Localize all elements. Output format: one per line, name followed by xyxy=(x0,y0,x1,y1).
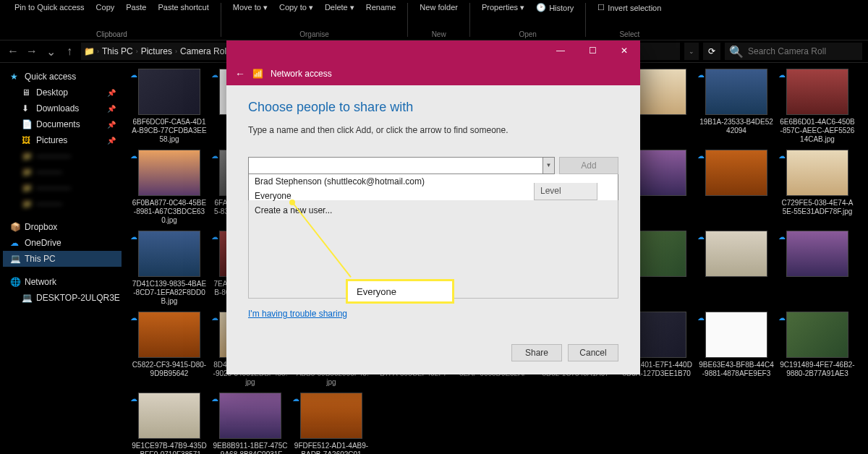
file-item[interactable]: ☁9E1CE97B-47B9-435D-BFE0-0710F38571 xyxy=(130,393,208,454)
maximize-button[interactable]: ☐ xyxy=(576,40,608,61)
dropbox-icon: 📦 xyxy=(10,222,20,232)
file-name: 9C191489-4FE7-46B2-9880-2B77A91AE3 xyxy=(778,361,856,378)
file-item[interactable]: ☁ xyxy=(697,150,775,225)
file-name: 6F0BA877-0C48-45BE-8981-A67C3BDCE630.jpg xyxy=(130,199,208,225)
breadcrumb-dropdown[interactable]: ⌄ xyxy=(684,43,699,60)
add-button[interactable]: Add xyxy=(559,157,618,174)
file-item[interactable]: ☁6E6B6D01-4AC6-450B-857C-AEEC-AEF552614C… xyxy=(778,69,856,144)
share-name-input[interactable] xyxy=(249,158,542,174)
sidebar-documents[interactable]: 📄Documents📌 xyxy=(3,116,122,132)
new-folder-button[interactable]: New folder xyxy=(417,1,461,13)
breadcrumb-pictures[interactable]: Pictures xyxy=(141,46,172,56)
file-item[interactable]: ☁9FDFE512-AD1-4AB9-BADB-7A2602C01 xyxy=(292,393,370,454)
thumbnail: ☁ xyxy=(786,150,848,196)
paste-shortcut-button[interactable]: Paste shortcut xyxy=(155,1,211,13)
network-icon: 🌐 xyxy=(10,277,20,287)
move-to-button[interactable]: Move to ▾ xyxy=(230,1,271,14)
file-item[interactable]: ☁9BE63E43-BF8B-44C4-9881-4878AFE9EF3 xyxy=(697,312,775,387)
close-button[interactable]: ✕ xyxy=(608,40,640,61)
refresh-button[interactable]: ⟳ xyxy=(703,43,720,60)
file-name: 9EB8B911-1BE7-475C-9A68-8B84C0031F xyxy=(211,442,289,454)
file-name: 19B1A-23533-B4DE5242094 xyxy=(697,118,775,135)
file-name: 9FDFE512-AD1-4AB9-BADB-7A2602C01 xyxy=(292,442,370,454)
thumbnail: ☁ xyxy=(705,312,767,358)
thumbnail: ☁ xyxy=(138,393,200,439)
breadcrumb-camera-roll[interactable]: Camera Roll xyxy=(180,46,229,56)
paste-button[interactable]: Paste xyxy=(123,1,149,13)
delete-button[interactable]: Delete ▾ xyxy=(322,1,357,14)
file-item[interactable]: ☁9C191489-4FE7-46B2-9880-2B77A91AE3 xyxy=(778,312,856,387)
file-name: 6E6B6D01-4AC6-450B-857C-AEEC-AEF552614CA… xyxy=(778,118,856,144)
sidebar-downloads[interactable]: ⬇Downloads📌 xyxy=(3,100,122,116)
sidebar-onedrive[interactable]: ☁OneDrive xyxy=(3,235,122,251)
file-name: 6BF6DC0F-CA5A-4D1A-B9CB-77CFDBA3EE58.jpg xyxy=(130,118,208,144)
file-name: 9E1CE97B-47B9-435D-BFE0-0710F38571 xyxy=(130,442,208,454)
breadcrumb-this-pc[interactable]: This PC xyxy=(102,46,133,56)
dialog-header: ← 📶 Network access xyxy=(226,61,640,85)
sidebar-network[interactable]: 🌐Network xyxy=(3,274,122,290)
pin-icon: 📌 xyxy=(107,137,116,145)
cloud-status-icon: ☁ xyxy=(130,152,137,160)
thumbnail: ☁ xyxy=(786,231,848,277)
recent-locations-button[interactable]: ⌄ xyxy=(43,45,58,59)
sidebar-this-pc[interactable]: 💻This PC xyxy=(3,251,122,267)
thumbnail: ☁ xyxy=(138,312,200,358)
share-name-dropdown[interactable]: ▼ xyxy=(542,158,554,174)
cloud-status-icon: ☁ xyxy=(697,152,705,160)
minimize-button[interactable]: — xyxy=(545,40,576,61)
sidebar-pictures[interactable]: 🖼Pictures📌 xyxy=(3,132,122,148)
back-button[interactable]: ← xyxy=(6,45,20,58)
rename-button[interactable]: Rename xyxy=(363,1,399,14)
network-icon: 📶 xyxy=(252,69,263,79)
sidebar-item-blurred[interactable]: 📁———— xyxy=(3,148,122,164)
dialog-title: Network access xyxy=(271,69,332,79)
sidebar-item-blurred[interactable]: 📁——— xyxy=(3,196,122,212)
share-button[interactable]: Share xyxy=(511,344,562,361)
search-input[interactable] xyxy=(748,46,858,56)
sidebar-item-blurred[interactable]: 📁———— xyxy=(3,180,122,196)
search-box[interactable]: 🔍 xyxy=(725,43,862,60)
pin-icon: 📌 xyxy=(107,121,116,129)
properties-button[interactable]: Properties ▾ xyxy=(479,1,527,14)
thumbnail: ☁ xyxy=(138,69,200,115)
sidebar-desktop-pc[interactable]: 💻DESKTOP-2ULQR3E xyxy=(3,290,122,306)
file-item[interactable]: ☁ xyxy=(778,231,856,306)
sidebar-desktop[interactable]: 🖥Desktop📌 xyxy=(3,85,122,100)
sidebar: ★Quick access 🖥Desktop📌 ⬇Downloads📌 📄Doc… xyxy=(0,63,124,454)
file-item[interactable]: ☁6BF6DC0F-CA5A-4D1A-B9CB-77CFDBA3EE58.jp… xyxy=(130,69,208,144)
file-item[interactable]: ☁ xyxy=(697,231,775,306)
thumbnail: ☁ xyxy=(138,231,200,277)
sidebar-item-blurred[interactable]: 📁——— xyxy=(3,164,122,180)
file-name: C729FE5-038-4E74-A5E-55E31ADF78F.jpg xyxy=(778,199,856,216)
file-item[interactable]: ☁9EB8B911-1BE7-475C-9A68-8B84C0031F xyxy=(211,393,289,454)
copy-button[interactable]: Copy xyxy=(93,1,118,13)
sidebar-quick-access[interactable]: ★Quick access xyxy=(3,69,122,85)
ribbon-group-organise: Organise xyxy=(299,30,329,38)
share-name-combobox[interactable]: ▼ xyxy=(248,157,555,174)
share-dialog: — ☐ ✕ ← 📶 Network access Choose people t… xyxy=(226,40,640,374)
forward-button[interactable]: → xyxy=(25,45,39,58)
file-item[interactable]: ☁C5822-CF3-9415-D80-9D9B95642 xyxy=(130,312,208,387)
pc-icon: 💻 xyxy=(10,254,20,264)
cloud-status-icon: ☁ xyxy=(778,71,786,79)
sidebar-dropbox[interactable]: 📦Dropbox xyxy=(3,219,122,235)
dialog-titlebar: — ☐ ✕ xyxy=(226,40,640,61)
history-button[interactable]: 🕑 History xyxy=(533,1,576,14)
thumbnail: ☁ xyxy=(786,69,848,115)
thumbnail: ☁ xyxy=(300,393,362,439)
dialog-back-button[interactable]: ← xyxy=(235,68,245,80)
cancel-button[interactable]: Cancel xyxy=(568,344,618,361)
cloud-status-icon: ☁ xyxy=(211,71,218,79)
cloud-status-icon: ☁ xyxy=(211,395,218,403)
file-item[interactable]: ☁19B1A-23533-B4DE5242094 xyxy=(697,69,775,144)
pin-to-quick-access-button[interactable]: Pin to Quick access xyxy=(12,1,88,13)
copy-to-button[interactable]: Copy to ▾ xyxy=(276,1,316,14)
invert-selection-button[interactable]: ☐ Invert selection xyxy=(595,1,664,14)
trouble-sharing-link[interactable]: I'm having trouble sharing xyxy=(248,309,347,319)
file-item[interactable]: ☁7D41C139-9835-4BAE-8CD7-1EFA82F8DD0B.jp… xyxy=(130,231,208,306)
cloud-status-icon: ☁ xyxy=(697,314,705,322)
thumbnail: ☁ xyxy=(705,69,767,115)
up-button[interactable]: ↑ xyxy=(62,45,77,58)
file-item[interactable]: ☁6F0BA877-0C48-45BE-8981-A67C3BDCE630.jp… xyxy=(130,150,208,225)
file-item[interactable]: ☁C729FE5-038-4E74-A5E-55E31ADF78F.jpg xyxy=(778,150,856,225)
